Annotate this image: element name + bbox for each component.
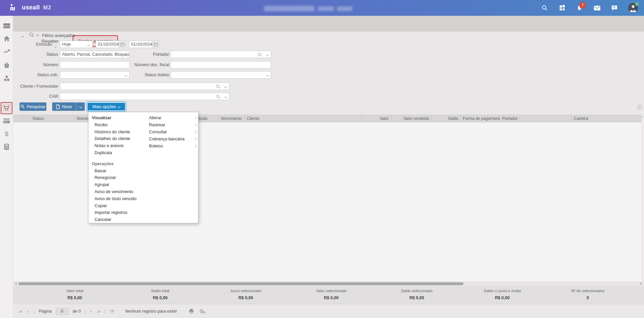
horizontal-scrollbar[interactable]: ◄ ►	[13, 281, 644, 285]
scroll-right-icon[interactable]: ►	[640, 282, 643, 285]
lookup-magnifier-icon[interactable]	[258, 52, 262, 57]
summary-label: Valor selecionado	[289, 289, 374, 293]
redacted-text	[318, 6, 334, 11]
menu-item-cobranca-bancaria[interactable]: Cobrança bancária	[149, 135, 196, 142]
lookup-magnifier-icon[interactable]	[216, 84, 221, 89]
menu-item-copiar[interactable]: Copiar	[92, 202, 147, 210]
cliente-combo[interactable]	[60, 83, 229, 90]
user-avatar[interactable]	[628, 3, 638, 13]
page-label: Página	[37, 309, 54, 314]
column-header-valor[interactable]: Valor	[362, 115, 391, 122]
refresh-icon[interactable]: ⟳	[108, 309, 117, 314]
column-header-valor-recebido[interactable]: Valor recebido	[391, 115, 431, 122]
pesquisar-button[interactable]: Pesquisar	[20, 102, 46, 111]
date-from-input[interactable]: 01/10/2024	[96, 41, 126, 48]
status-boleto-select[interactable]	[171, 71, 271, 79]
novo-dropdown-toggle[interactable]	[76, 102, 85, 111]
menu-item-agrupar[interactable]: Agrupar	[92, 181, 147, 188]
cliente-label: Cliente / Fornecedor	[13, 83, 58, 90]
menu-item-notas-anexos[interactable]: Notas e anexos	[92, 142, 147, 149]
notifications-bell-icon[interactable]: 7	[576, 4, 583, 12]
first-page-icon[interactable]: «	[16, 309, 25, 314]
grid-settings-gears-icon[interactable]: ⚙⚙	[199, 308, 205, 314]
column-header-carteira[interactable]: Carteira	[572, 115, 642, 122]
column-header-icon[interactable]	[22, 115, 30, 122]
home-icon[interactable]	[0, 33, 13, 44]
apps-grid-icon[interactable]	[558, 4, 566, 12]
portador-combo[interactable]	[171, 51, 271, 58]
calendar-icon[interactable]	[152, 41, 159, 47]
menu-item-baixar[interactable]: Baixar	[92, 168, 147, 175]
period-select[interactable]: Hoje	[60, 41, 92, 48]
redacted-text	[337, 6, 352, 11]
menu-item-boletos[interactable]: Boletos	[149, 142, 196, 149]
novo-button[interactable]: Novo	[52, 102, 85, 111]
date-to-input[interactable]: 01/10/2024	[129, 41, 160, 48]
scroll-up-icon[interactable]: ▲	[642, 116, 644, 118]
last-page-icon[interactable]: »	[94, 309, 103, 314]
column-header-forma-pagamento[interactable]: Forma de pagamento	[461, 115, 500, 122]
collapse-filters-icon[interactable]	[22, 34, 24, 40]
column-header-status[interactable]: Status	[30, 115, 75, 122]
search-icon[interactable]	[541, 4, 548, 12]
filter-search-icon[interactable]	[29, 32, 34, 38]
next-page-icon[interactable]: ›	[87, 309, 94, 314]
menu-item-aviso-vencimento[interactable]: Aviso de vencimento	[92, 188, 147, 195]
menu-item-alterar[interactable]: Alterar	[149, 115, 196, 122]
brand-logo[interactable]: useall M2	[9, 3, 51, 12]
empty-records-message: Nenhum registro para exibir	[123, 309, 179, 314]
menu-item-detalhes-cliente[interactable]: Detalhes do cliente	[92, 135, 147, 142]
tabbar: Receber Contas a receber	[13, 16, 644, 32]
numero-input[interactable]	[60, 61, 129, 69]
redacted-text	[264, 6, 314, 11]
calendar-icon[interactable]	[119, 41, 126, 47]
mais-opcoes-button[interactable]: Mais opções	[87, 102, 126, 111]
menu-item-recibo[interactable]: Recibo	[92, 122, 147, 129]
status-select[interactable]: Aberto, Parcial, Cancelado, Bloqueac	[60, 51, 129, 58]
horizontal-scrollbar-thumb[interactable]	[18, 282, 463, 285]
print-icon[interactable]	[189, 309, 194, 314]
menu-item-importar-registros[interactable]: Importar registros	[92, 209, 147, 216]
chevron-right-icon	[194, 138, 196, 140]
credit-card-icon[interactable]	[0, 116, 13, 126]
column-header-portador[interactable]: Portador ↑	[500, 115, 572, 122]
modules-cubes-icon[interactable]	[0, 73, 13, 84]
car-combo[interactable]	[60, 93, 229, 100]
numero-doc-label: Número doc. fiscal	[128, 61, 169, 69]
chevron-down-icon	[224, 95, 227, 98]
menu-hamburger-icon[interactable]	[0, 18, 13, 29]
emissao-field-selector[interactable]: Emissão	[27, 41, 52, 48]
prev-page-icon[interactable]: ‹	[25, 309, 32, 314]
menu-item-duplicata[interactable]: Duplicata	[92, 149, 147, 156]
menu-item-rastrear[interactable]: Rastrear	[149, 122, 196, 129]
chat-icon[interactable]	[611, 4, 618, 12]
menu-item-aviso-titulo-vencido[interactable]: Aviso de título vencido	[92, 195, 147, 202]
scroll-left-icon[interactable]: ◄	[14, 282, 17, 285]
summary-value: R$ 0,00	[117, 296, 203, 300]
menu-item-renegociar[interactable]: Renegociar	[92, 174, 147, 181]
column-header-saldo[interactable]: Saldo	[431, 115, 461, 122]
info-icon[interactable]: i	[637, 105, 642, 109]
add-filter-icon[interactable]: +	[36, 32, 39, 38]
lookup-magnifier-icon[interactable]	[216, 94, 221, 99]
calculator-icon[interactable]	[0, 141, 13, 152]
menu-item-historico-cliente[interactable]: Histórico do cliente	[92, 129, 147, 136]
advanced-filters-label[interactable]: Filtros avançados	[42, 33, 75, 38]
vertical-scrollbar[interactable]: ▲	[641, 115, 644, 281]
mais-opcoes-menu: Visualizar Recibo Histórico do cliente D…	[88, 112, 198, 223]
chevron-down-icon	[224, 85, 227, 88]
finance-dollar-icon[interactable]: $	[0, 129, 13, 139]
page-number-input[interactable]: 0	[56, 308, 69, 315]
menu-item-cancelar[interactable]: Cancelar	[92, 216, 147, 223]
column-header-vencimento[interactable]: Vencimento	[219, 115, 245, 122]
column-header-select[interactable]	[13, 115, 22, 122]
chevron-down-icon[interactable]	[54, 43, 56, 49]
numero-doc-input[interactable]	[171, 61, 271, 69]
sales-chart-icon[interactable]	[0, 46, 13, 57]
column-header-cliente[interactable]: Cliente	[245, 115, 362, 122]
shopping-cart-plus-icon[interactable]	[0, 102, 13, 113]
basket-icon[interactable]	[0, 59, 13, 70]
status-cob-select[interactable]	[60, 71, 129, 79]
menu-item-consultar[interactable]: Consultar	[149, 129, 196, 136]
mail-icon[interactable]	[593, 4, 601, 12]
